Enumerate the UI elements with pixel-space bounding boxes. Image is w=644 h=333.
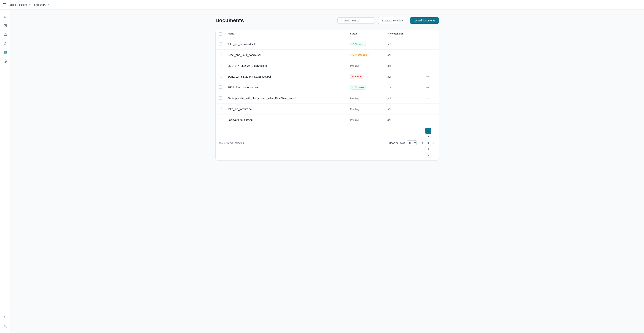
table-row: Reset_and_Fault_handle.scl ↻ Processing … [216, 50, 439, 60]
next-page-button[interactable]: › [433, 140, 435, 145]
col-header-status: Status [350, 32, 388, 36]
table-row: Start-up_valve_with_filter_control_valve… [216, 93, 439, 104]
table-row: Backward_to_gate.scl Pending scl ··· [216, 115, 439, 125]
project-dropdown-icon[interactable]: ▾ [48, 4, 50, 6]
svg-rect-5 [5, 43, 6, 44]
search-input[interactable] [344, 19, 372, 22]
sidebar-item-user[interactable] [2, 322, 9, 330]
file-name: Take_out_forward.scl [228, 108, 350, 111]
file-name: SFAB_flow_conversion.xml [228, 86, 350, 89]
table-row: Take_out_backward.scl ✓ Success scl ··· [216, 39, 439, 50]
status-cell: ✓ Success [350, 85, 388, 90]
row-more-button[interactable]: ··· [425, 96, 430, 101]
svg-line-10 [342, 21, 342, 22]
row-more-button[interactable]: ··· [425, 41, 430, 47]
table-row: SOEZ-LLK-SE-20-M4_DataSheet.pdf ⊗ Failed… [216, 71, 439, 82]
status-cell: Pending [350, 118, 388, 122]
documents-table: Name Status File extension Take_out_back… [216, 30, 439, 161]
status-badge: ✓ Success [350, 85, 366, 90]
status-badge: Pending [350, 97, 359, 100]
search-icon [340, 19, 342, 22]
sidebar-item-notifications[interactable] [2, 313, 9, 321]
table-body: Take_out_backward.scl ✓ Success scl ··· … [216, 39, 439, 125]
row-more-button[interactable]: ··· [425, 74, 430, 79]
spinner-icon: ↻ [352, 54, 354, 56]
page-button-3[interactable]: 3 [425, 140, 431, 146]
sidebar-item-shop[interactable] [2, 22, 9, 29]
svg-point-7 [5, 61, 6, 62]
sidebar-item-alerts[interactable] [2, 31, 9, 38]
check-icon: ✓ [352, 86, 354, 89]
file-extension: scl [388, 108, 425, 111]
upload-documents-button[interactable]: Upload documents [410, 17, 439, 24]
row-more-button[interactable]: ··· [425, 63, 430, 69]
row-checkbox[interactable] [218, 75, 222, 78]
row-more-button[interactable]: ··· [425, 106, 430, 112]
row-checkbox[interactable] [218, 118, 222, 121]
table-header: Name Status File extension [216, 30, 439, 39]
table-footer: 0 of 37 row(s) selected. Rows per page 8… [216, 125, 439, 160]
sidebar-item-settings[interactable] [2, 58, 9, 65]
file-extension: scl [388, 54, 425, 57]
main-content: Documents Extract knowledge Upload docum… [10, 10, 644, 333]
row-checkbox[interactable] [218, 64, 222, 67]
row-checkbox[interactable] [218, 85, 222, 89]
page-button-1[interactable]: 1 [425, 128, 431, 134]
search-box [338, 17, 375, 24]
svg-point-6 [4, 51, 6, 52]
status-cell: ↻ Processing [350, 53, 388, 57]
selected-count: 0 of 37 row(s) selected. [219, 142, 244, 144]
status-cell: Pending [350, 107, 388, 111]
row-checkbox[interactable] [218, 53, 222, 56]
status-badge: ⊗ Failed [350, 74, 364, 79]
check-icon: ✓ [352, 43, 354, 46]
page-button-4[interactable]: 4 [425, 146, 431, 152]
status-badge: ↻ Processing [350, 53, 369, 57]
page-button-5[interactable]: 5 [425, 152, 431, 158]
file-name: SME_8_K_LED_24_DataSheet.pdf [228, 64, 350, 67]
page-button-2[interactable]: 2 [425, 134, 431, 140]
company-dropdown-icon[interactable]: ▾ [29, 4, 30, 6]
app-header: ☰ Edima Solutions ▾ › EdmundAI ▾ [0, 0, 644, 10]
status-cell: Pending [350, 97, 388, 100]
row-checkbox[interactable] [218, 107, 222, 110]
file-name: SOEZ-LLK-SE-20-M4_DataSheet.pdf [228, 75, 350, 78]
file-extension: xml [388, 86, 425, 89]
row-more-button[interactable]: ··· [425, 117, 430, 123]
extract-knowledge-button[interactable]: Extract knowledge [378, 17, 407, 24]
row-more-button[interactable]: ··· [425, 52, 430, 58]
status-badge: Pending [350, 108, 359, 111]
status-cell: ⊗ Failed [350, 74, 388, 79]
page-buttons: 12345 [425, 128, 431, 158]
rows-per-page-label: Rows per page [389, 142, 405, 144]
sidebar-item-home[interactable]: ⌂ [2, 13, 9, 20]
svg-point-8 [5, 325, 6, 326]
hamburger-icon[interactable]: ☰ [3, 3, 6, 7]
row-more-button[interactable]: ··· [425, 85, 430, 90]
status-badge: ✓ Success [350, 42, 366, 47]
row-checkbox[interactable] [218, 42, 222, 46]
breadcrumb-project[interactable]: EdmundAI [34, 3, 46, 6]
sidebar: ⌂ [0, 10, 10, 333]
sidebar-item-database[interactable] [2, 49, 9, 56]
file-extension: pdf [388, 97, 425, 100]
file-extension: pdf [388, 75, 425, 78]
select-all-checkbox[interactable] [218, 32, 222, 36]
status-cell: ✓ Success [350, 42, 388, 47]
table-row: SME_8_K_LED_24_DataSheet.pdf Pending pdf… [216, 60, 439, 71]
rows-per-page-select[interactable]: 8 16 24 [407, 140, 417, 145]
status-cell: Pending [350, 64, 388, 68]
prev-page-button[interactable]: ‹ [421, 140, 424, 145]
svg-point-9 [340, 20, 342, 21]
file-name: Backward_to_gate.scl [228, 118, 350, 121]
error-icon: ⊗ [352, 75, 354, 78]
breadcrumb-separator: › [32, 4, 32, 6]
page-title: Documents [216, 18, 244, 24]
col-header-ext: File extension [388, 32, 425, 36]
sidebar-item-documents[interactable] [2, 40, 9, 47]
breadcrumb-company[interactable]: Edima Solutions [8, 3, 28, 6]
file-name: Take_out_backward.scl [228, 43, 350, 46]
svg-rect-4 [5, 43, 6, 43]
pagination: Rows per page 8 16 24 ‹ 12345 › [389, 128, 435, 158]
row-checkbox[interactable] [218, 96, 222, 100]
